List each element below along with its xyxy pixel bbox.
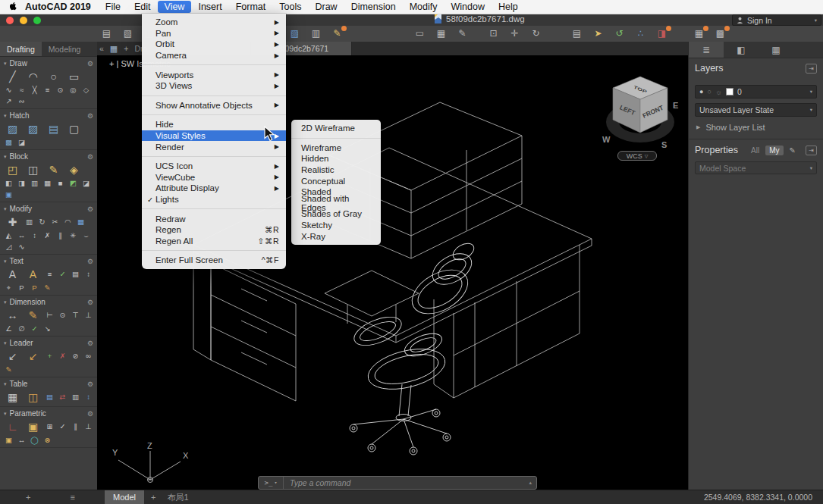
zoom-window-control-icon[interactable] xyxy=(33,17,41,24)
section-gear-icon[interactable]: ⚙ xyxy=(87,258,93,265)
polygon-icon[interactable]: ◇ xyxy=(81,85,91,95)
current-layer-dropdown[interactable]: ● ○ ☼ 0 ▾ xyxy=(695,85,817,99)
menu-item-enter-full-screen[interactable]: Enter Full Screen^⌘F xyxy=(142,255,286,266)
zoom-window-icon[interactable]: ⊡ xyxy=(487,27,500,39)
menu-item-lights[interactable]: ✓Lights xyxy=(142,194,286,205)
section-gear-icon[interactable]: ⚙ xyxy=(87,60,93,67)
chamfer-icon[interactable]: ◿ xyxy=(4,242,14,252)
show-layer-list[interactable]: ▶ Show Layer List xyxy=(695,123,817,132)
point-icon[interactable]: ⊙ xyxy=(55,85,65,95)
multileader-style-icon[interactable]: ↙ xyxy=(24,349,42,363)
markup-import-icon[interactable]: ▩ xyxy=(714,27,727,39)
layer-state-dropdown[interactable]: Unsaved Layer State ▾ xyxy=(695,103,817,117)
reference-manager-icon[interactable]: ▦ xyxy=(693,27,705,39)
mtext-icon[interactable]: A xyxy=(24,267,42,281)
orbit-icon[interactable]: ↻ xyxy=(529,27,542,39)
mirror-icon[interactable]: ◭ xyxy=(4,230,14,240)
model-tab[interactable]: Model xyxy=(105,490,144,504)
command-line[interactable]: >_ ▾ Type a command ▴ xyxy=(258,476,537,490)
submenu-item-2d-wireframe[interactable]: 2D Wireframe xyxy=(291,123,381,134)
preview-icon[interactable]: ▦ xyxy=(435,27,448,39)
menu-item-render[interactable]: Render▶ xyxy=(142,141,286,152)
open-file-icon[interactable]: ▧ xyxy=(121,27,134,39)
arc-icon[interactable]: ◠ xyxy=(24,69,42,83)
block-editor-icon[interactable]: ◨ xyxy=(655,27,668,39)
layer-color-swatch[interactable] xyxy=(726,88,733,95)
menu-item-regen-all[interactable]: Regen All⇧⌘R xyxy=(142,236,286,247)
tab-drafting[interactable]: Drafting xyxy=(0,42,42,56)
line-icon[interactable]: ╱ xyxy=(4,69,21,83)
aligned-dimension-icon[interactable]: ⊢ xyxy=(45,310,55,320)
layout-menu-icon[interactable]: ≡ xyxy=(70,493,74,502)
section-gear-icon[interactable]: ⚙ xyxy=(87,153,93,161)
wipeout-icon[interactable]: ◪ xyxy=(17,137,27,147)
spell-check-icon[interactable]: ✓ xyxy=(58,269,68,279)
quick-select-icon[interactable]: ➤ xyxy=(592,27,605,39)
regen-icon[interactable]: ↺ xyxy=(613,27,626,39)
section-gear-icon[interactable]: ⚙ xyxy=(87,340,93,347)
block-unit-icon[interactable]: ■ xyxy=(55,178,65,188)
menu-item-3d-views[interactable]: 3D Views▶ xyxy=(142,80,286,92)
menubar-item-file[interactable]: File xyxy=(99,1,127,13)
new-layout-icon[interactable]: + xyxy=(144,493,162,502)
wcs-dropdown[interactable]: WCS ▽ xyxy=(617,151,657,161)
section-header[interactable]: ▾Block⚙ xyxy=(2,152,95,161)
dimension-check-icon[interactable]: ✓ xyxy=(30,324,39,333)
menubar-item-view[interactable]: View xyxy=(158,1,192,13)
coincident-constraint-icon[interactable]: ⊗ xyxy=(42,435,52,445)
close-panel-icon[interactable]: ⇥ xyxy=(806,146,817,155)
section-header[interactable]: ▾Draw⚙ xyxy=(2,58,95,68)
sign-in-button[interactable]: Sign In ▾ xyxy=(732,14,821,26)
insert-block-icon[interactable]: ◰ xyxy=(4,162,21,177)
dimension-style-icon[interactable]: ✎ xyxy=(24,308,42,322)
section-header[interactable]: ▾Table⚙ xyxy=(2,379,95,389)
multiline-icon[interactable]: ≡ xyxy=(42,85,52,95)
references-panel-tab[interactable]: ◧ xyxy=(724,42,759,58)
pdf-import-icon[interactable]: P xyxy=(30,283,39,293)
revision-cloud-icon[interactable]: ∾ xyxy=(17,96,27,106)
collect-leader-icon[interactable]: ∞ xyxy=(83,351,93,361)
command-prompt[interactable]: >_ ▾ xyxy=(259,477,284,489)
menu-item-orbit[interactable]: Orbit▶ xyxy=(142,39,286,50)
section-header[interactable]: ▾Parametric⚙ xyxy=(2,409,95,418)
define-attribute-icon[interactable]: ◈ xyxy=(65,162,83,177)
text-field-icon[interactable]: ▤ xyxy=(71,269,80,279)
multileader-icon[interactable]: ↙ xyxy=(4,349,21,363)
menubar-item-draw[interactable]: Draw xyxy=(308,1,344,13)
polyline-icon[interactable]: ∿ xyxy=(4,85,14,95)
menu-item-viewcube[interactable]: ViewCube▶ xyxy=(142,172,286,183)
align-leader-icon[interactable]: ⊘ xyxy=(71,351,80,361)
data-link-icon[interactable]: ◫ xyxy=(24,390,42,404)
linear-dimension-icon[interactable]: ↔ xyxy=(4,308,21,322)
filter-all-button[interactable]: All xyxy=(748,146,762,155)
create-block-icon[interactable]: ◫ xyxy=(24,162,42,177)
rotate-icon[interactable]: ↻ xyxy=(37,217,47,227)
add-leader-icon[interactable]: + xyxy=(45,351,55,361)
ordinate-dimension-icon[interactable]: ⊥ xyxy=(83,310,93,320)
offset-icon[interactable]: ∥ xyxy=(55,230,65,240)
export-block-icon[interactable]: ▣ xyxy=(4,189,14,199)
pan-icon[interactable]: ✛ xyxy=(508,27,521,39)
text-scale-icon[interactable]: ↕ xyxy=(83,269,93,279)
menubar-item-window[interactable]: Window xyxy=(444,1,492,13)
menubar-item-insert[interactable]: Insert xyxy=(191,1,228,13)
sync-attributes-icon[interactable]: ◩ xyxy=(68,178,78,188)
trim-icon[interactable]: ✂ xyxy=(50,217,60,227)
gradient-icon[interactable]: ▤ xyxy=(45,121,62,136)
menu-item-regen[interactable]: Regen⌘R xyxy=(142,224,286,236)
find-text-icon[interactable]: ⌖ xyxy=(4,283,14,293)
annotate-text-icon[interactable]: ✎ xyxy=(42,283,52,293)
section-gear-icon[interactable]: ⚙ xyxy=(87,112,93,120)
expand-history-icon[interactable]: ▴ xyxy=(529,480,536,486)
region-icon[interactable]: ▩ xyxy=(4,137,14,147)
menu-item-camera[interactable]: Camera▶ xyxy=(142,50,286,61)
menubar-item-dimension[interactable]: Dimension xyxy=(344,1,403,13)
constraint-check-icon[interactable]: ✓ xyxy=(58,421,68,431)
submenu-item-x-ray[interactable]: X-Ray xyxy=(291,230,381,242)
circle-icon[interactable]: ○ xyxy=(45,69,62,83)
geometric-constraint-icon[interactable]: ∟ xyxy=(4,419,21,434)
add-layout-icon[interactable]: + xyxy=(26,493,30,502)
join-icon[interactable]: ⌣ xyxy=(81,230,91,240)
edit-block-icon[interactable]: ✎ xyxy=(45,162,62,177)
copy-icon[interactable]: ▥ xyxy=(24,217,34,227)
